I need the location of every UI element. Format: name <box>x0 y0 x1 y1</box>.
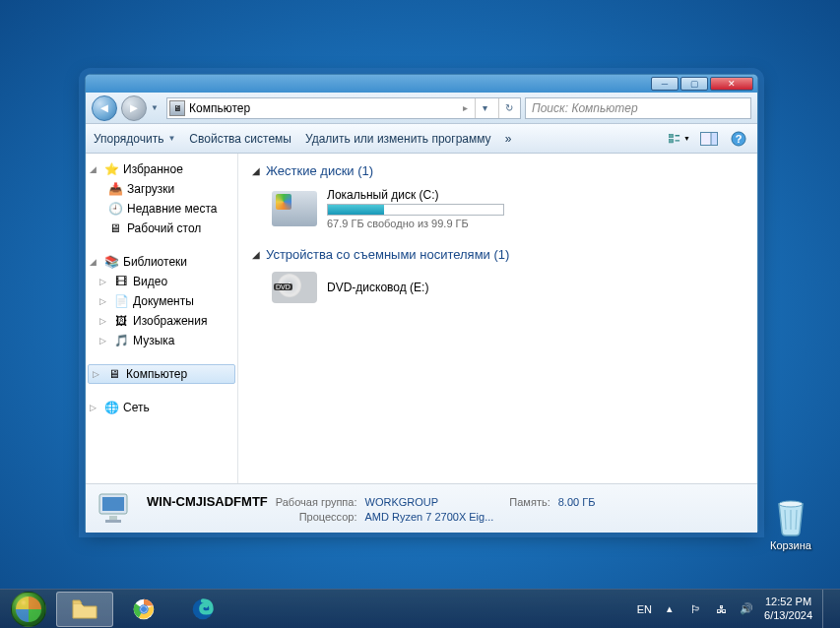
computer-icon: 🖥 <box>106 366 122 382</box>
clock-time: 12:52 PM <box>764 596 812 608</box>
taskbar-explorer[interactable] <box>56 592 113 627</box>
close-button[interactable]: ✕ <box>710 77 753 91</box>
language-indicator[interactable]: EN <box>637 603 652 615</box>
svg-point-0 <box>779 501 803 507</box>
cpu-label: Процессор: <box>276 511 357 523</box>
tree-documents[interactable]: ▷📄Документы <box>86 291 237 311</box>
cpu-value: AMD Ryzen 7 2700X Eig... <box>365 511 494 523</box>
chrome-icon <box>130 597 158 621</box>
uninstall-program-button[interactable]: Удалить или изменить программу <box>305 132 491 146</box>
tray-show-hidden[interactable]: ▴ <box>662 601 678 617</box>
tree-network[interactable]: ▷🌐Сеть <box>86 398 237 417</box>
drive-label: DVD-дисковод (E:) <box>327 281 428 294</box>
help-button[interactable]: ? <box>728 128 749 150</box>
memory-label: Память: <box>509 496 549 508</box>
tree-favorites[interactable]: ◢⭐Избранное <box>86 159 237 179</box>
navigation-tree: ◢⭐Избранное 📥Загрузки 🕘Недавние места 🖥Р… <box>86 154 238 483</box>
tree-pictures[interactable]: ▷🖼Изображения <box>86 311 237 331</box>
music-icon: 🎵 <box>113 333 129 348</box>
svg-rect-8 <box>102 497 124 511</box>
address-bar[interactable]: 🖥 Компьютер ▸ ▾ ↻ <box>166 97 521 119</box>
view-options-button[interactable]: ▼ <box>669 128 690 150</box>
nav-row: ◄ ► ▼ 🖥 Компьютер ▸ ▾ ↻ Поиск: Компьютер <box>86 93 757 124</box>
tree-libraries[interactable]: ◢📚Библиотеки <box>86 252 237 272</box>
group-header-removable[interactable]: ◢Устройства со съемными носителями (1) <box>252 247 743 262</box>
preview-pane-button[interactable] <box>698 128 720 150</box>
clock[interactable]: 12:52 PM 6/13/2024 <box>764 596 812 621</box>
action-center-icon[interactable]: 🏳 <box>687 601 703 617</box>
volume-icon[interactable]: 🔊 <box>739 601 754 617</box>
svg-rect-1 <box>670 134 674 137</box>
details-pane: WIN-CMJISADFMTF Рабочая группа: WORKGROU… <box>86 483 757 533</box>
workgroup-value: WORKGROUP <box>365 496 494 508</box>
computer-large-icon <box>96 490 137 528</box>
drive-e[interactable]: DVD-дисковод (E:) <box>272 272 743 303</box>
drive-stats: 67.9 ГБ свободно из 99.9 ГБ <box>327 218 504 229</box>
workgroup-label: Рабочая группа: <box>276 496 357 508</box>
chevron-down-icon: ▼ <box>167 134 175 143</box>
forward-button[interactable]: ► <box>121 95 147 121</box>
hdd-icon <box>272 191 317 226</box>
start-button[interactable] <box>2 591 55 628</box>
maximize-button[interactable]: ▢ <box>680 77 708 91</box>
tree-music[interactable]: ▷🎵Музыка <box>86 331 237 350</box>
svg-rect-9 <box>109 516 117 520</box>
memory-value: 8.00 ГБ <box>558 496 596 508</box>
documents-icon: 📄 <box>113 293 129 309</box>
clock-date: 6/13/2024 <box>764 609 812 622</box>
svg-rect-4 <box>711 132 718 145</box>
videos-icon: 🎞 <box>113 274 129 289</box>
tree-computer[interactable]: ▷🖥Компьютер <box>88 364 235 384</box>
address-text: Компьютер <box>189 101 456 115</box>
network-tray-icon[interactable]: 🖧 <box>713 601 729 617</box>
drive-label: Локальный диск (C:) <box>327 188 504 202</box>
search-placeholder: Поиск: Компьютер <box>532 101 638 115</box>
computer-icon: 🖥 <box>169 100 185 116</box>
back-button[interactable]: ◄ <box>92 95 117 121</box>
refresh-button[interactable]: ↻ <box>498 98 518 118</box>
minimize-button[interactable]: ─ <box>651 77 678 91</box>
drive-c[interactable]: Локальный диск (C:) 67.9 ГБ свободно из … <box>272 188 743 229</box>
desktop-icon: 🖥 <box>107 220 123 236</box>
address-dropdown[interactable]: ▾ <box>475 98 494 118</box>
taskbar-edge[interactable] <box>174 592 231 627</box>
toolbar: Упорядочить▼ Свойства системы Удалить ил… <box>86 124 757 154</box>
svg-text:?: ? <box>736 133 743 145</box>
toolbar-overflow[interactable]: » <box>505 132 512 146</box>
svg-point-14 <box>141 606 147 612</box>
collapse-icon: ◢ <box>252 249 260 260</box>
system-properties-button[interactable]: Свойства системы <box>189 132 291 146</box>
recent-icon: 🕘 <box>107 201 123 217</box>
show-desktop-button[interactable] <box>822 590 832 629</box>
folder-icon <box>71 597 98 621</box>
network-icon: 🌐 <box>103 400 119 415</box>
nav-history-dropdown[interactable]: ▼ <box>151 97 162 119</box>
downloads-icon: 📥 <box>107 181 123 197</box>
group-header-hdd[interactable]: ◢Жесткие диски (1) <box>252 163 743 178</box>
capacity-bar <box>327 204 504 216</box>
chevron-down-icon: ▼ <box>683 135 690 142</box>
taskbar: EN ▴ 🏳 🖧 🔊 12:52 PM 6/13/2024 <box>0 589 840 628</box>
titlebar[interactable]: ─ ▢ ✕ <box>86 75 757 93</box>
tree-desktop[interactable]: 🖥Рабочий стол <box>86 219 237 238</box>
desktop-icon-recycle-bin[interactable]: Корзина <box>753 490 828 551</box>
libraries-icon: 📚 <box>103 254 119 270</box>
content-pane: ◢Жесткие диски (1) Локальный диск (C:) 6… <box>238 154 757 483</box>
pictures-icon: 🖼 <box>113 313 129 329</box>
search-input[interactable]: Поиск: Компьютер <box>525 97 751 119</box>
tree-recent[interactable]: 🕘Недавние места <box>86 199 237 219</box>
explorer-window: ─ ▢ ✕ ◄ ► ▼ 🖥 Компьютер ▸ ▾ ↻ Поиск: Ком… <box>85 74 758 532</box>
tree-videos[interactable]: ▷🎞Видео <box>86 272 237 291</box>
organize-menu[interactable]: Упорядочить▼ <box>94 132 175 146</box>
windows-logo-icon <box>11 592 46 627</box>
svg-rect-2 <box>670 139 674 142</box>
collapse-icon: ◢ <box>252 165 260 176</box>
computer-name: WIN-CMJISADFMTF <box>147 494 268 509</box>
taskbar-chrome[interactable] <box>115 592 172 627</box>
star-icon: ⭐ <box>103 161 119 177</box>
dvd-icon <box>272 272 317 303</box>
system-tray: EN ▴ 🏳 🖧 🔊 12:52 PM 6/13/2024 <box>637 590 838 629</box>
breadcrumb-arrow-icon[interactable]: ▸ <box>460 102 471 113</box>
edge-icon <box>189 597 217 621</box>
tree-downloads[interactable]: 📥Загрузки <box>86 179 237 199</box>
